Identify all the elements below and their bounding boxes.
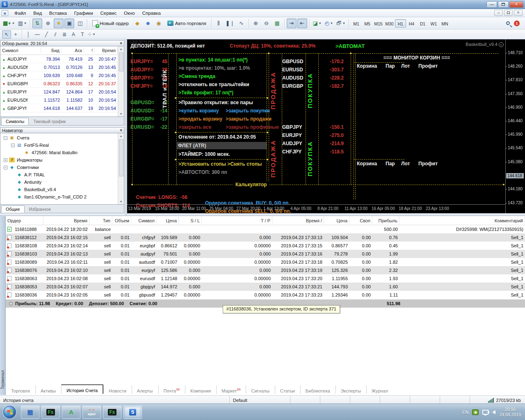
market-watch-header[interactable]: Символ Бид Аск ! Время [0, 46, 118, 55]
timeframe-button[interactable]: MN [439, 19, 450, 27]
terminal-tab[interactable]: Журнал [366, 385, 393, 394]
terminal-tab[interactable]: Маркет99 [216, 385, 246, 394]
close-button[interactable]: × [509, 1, 523, 8]
terminal-tab[interactable]: Алерты [132, 385, 158, 394]
ea-menu-item[interactable]: >отключить все тралы/тейки [177, 80, 266, 89]
tree-expander[interactable]: − [4, 136, 7, 140]
ea-menu-item[interactable]: >Установить стопы >Снять стопы [177, 160, 266, 168]
market-watch-scrollbar[interactable]: ▲ ▼ [118, 46, 124, 116]
market-watch-row[interactable]: GBPJPYf 144.618 144.637 19 20:16:54 [0, 104, 118, 112]
tab-symbols[interactable]: Символы [1, 118, 29, 125]
history-row[interactable]: 116838036 2019.04.23 16:02:05 sell 0.01 … [6, 291, 525, 299]
market-watch-row[interactable]: EURUSDf 1.11572 1.11582 10 20:16:54 [0, 96, 118, 104]
column-open-price[interactable]: Цена [157, 216, 179, 225]
text-button[interactable]: A [69, 30, 78, 39]
menu-item[interactable]: Файл [11, 10, 30, 16]
chart-date-axis[interactable]: 13 Mar 201915 Mar 18:0020 Mar 11:0025 Ma… [127, 204, 505, 212]
tree-item[interactable]: ◆ A.P. TRAL [0, 171, 118, 178]
timeframe-button[interactable]: M5 [362, 19, 373, 27]
tree-expander[interactable]: − [4, 166, 7, 169]
taskbar-app-button[interactable]: Fx [41, 406, 60, 419]
line-chart-button[interactable]: ∿ [237, 18, 247, 28]
cursor-button[interactable]: ↖ [2, 30, 11, 39]
history-row[interactable]: 116838089 2019.04.23 16:02:11 sell 0.01 … [6, 258, 525, 266]
speaker-tray-icon[interactable] [492, 410, 495, 414]
menu-item[interactable]: Справка [139, 10, 164, 16]
history-row[interactable]: 116838063 2019.04.23 16:02:08 sell 0.01 … [6, 274, 525, 283]
navigator-scrollbar[interactable]: ▲ ▼ [118, 133, 124, 204]
ea-action-left[interactable]: >АВТОСТОП: 300 пп [178, 168, 227, 176]
tree-item[interactable]: ◆ Basketbull_v9.4 [0, 186, 118, 193]
minimize-button[interactable]: — [486, 1, 497, 8]
ea-action-right[interactable]: >закрыть продажи [226, 116, 272, 122]
fibonacci-button[interactable]: ≣ [60, 30, 69, 39]
column-bid[interactable]: Бид [41, 48, 62, 53]
history-row[interactable]: 116838108 2019.04.23 16:02:14 sell 0.01 … [6, 242, 525, 250]
ea-menu-item[interactable]: >продать корзину >закрыть продажи [177, 115, 266, 123]
tree-item[interactable]: − ▣ Счета [0, 134, 118, 142]
tree-expander[interactable] [11, 180, 15, 184]
market-watch-row[interactable]: AUDJPYf 78.394 78.419 25 20:16:47 [0, 55, 118, 63]
terminal-tab[interactable]: Новости [103, 385, 132, 394]
tab-common[interactable]: Общие [1, 205, 25, 213]
community-button[interactable]: ☻ [143, 18, 153, 28]
ea-menu-item[interactable]: >Тейк профит: 17 пп(*) [177, 89, 266, 97]
terminal-tab[interactable]: Статьи [275, 385, 300, 394]
ea-menu-item[interactable]: >в пунктах: 14 пп,шаг:1 пп(*) [177, 56, 266, 64]
history-row[interactable]: 116838103 2019.04.23 16:02:13 sell 0.01 … [6, 250, 525, 258]
timeframe-button[interactable]: M1 [351, 19, 362, 27]
periods-button[interactable]: ◴▼ [324, 18, 334, 28]
tree-expander[interactable] [11, 195, 15, 199]
column-comment[interactable]: Комментарий [399, 216, 525, 225]
column-open-time[interactable]: Время [43, 216, 89, 225]
terminal-toggle[interactable]: ▣ [64, 18, 74, 28]
column-order[interactable]: Ордер [6, 216, 43, 225]
tray-clock[interactable]: 20:16 24.04.2019 [499, 407, 521, 418]
column-close-price[interactable]: Цена [324, 216, 349, 225]
metaeditor-button[interactable]: ◆ [132, 18, 142, 28]
terminal-tab[interactable]: Почта39 [158, 385, 185, 394]
ea-action-left[interactable]: >купить корзину [178, 107, 224, 115]
market-watch-row[interactable]: AUDUSDf 0.70113 0.70126 13 20:16:45 [0, 63, 118, 71]
menu-item[interactable]: Вставка [46, 10, 71, 16]
menu-item[interactable]: Сервис [97, 10, 120, 16]
tree-item[interactable]: ◆ Ilan1.6Dynamic_e-Trall_CDD 2 [0, 193, 118, 201]
tree-expander[interactable] [11, 173, 15, 177]
market-watch-row[interactable]: EURJPYf 124.847 124.864 17 20:16:54 [0, 88, 118, 96]
language-indicator[interactable]: EN [462, 410, 468, 415]
vertical-line-button[interactable]: │ [24, 30, 33, 39]
new-chart-button[interactable]: ▦+▼ [2, 18, 16, 28]
scroll-up-icon[interactable]: ▲ [120, 46, 123, 52]
data-window-button[interactable]: ⊕ [43, 18, 53, 28]
indicators-button[interactable]: ◪▼ [312, 18, 323, 28]
ea-automat-button[interactable]: >АВТОМАТ [336, 43, 365, 49]
menu-item[interactable]: Окно [120, 10, 139, 16]
bar-chart-button[interactable]: ⫼ [214, 18, 224, 28]
history-row[interactable]: 116838053 2019.04.23 16:02:07 sell 0.01 … [6, 283, 525, 291]
taskbar-app-button[interactable]: A [62, 406, 80, 419]
profiles-button[interactable]: ▥▼ [17, 18, 28, 28]
panel-splitter[interactable] [124, 39, 127, 215]
history-row[interactable]: 116838076 2019.04.23 16:02:10 sell 0.01 … [6, 266, 525, 274]
tab-tick-chart[interactable]: Тиковый график [29, 118, 70, 125]
column-time[interactable]: Время [95, 48, 118, 53]
auto-trading-button[interactable]: Авто-торговля [164, 18, 209, 28]
ea-action-left[interactable]: >Установить стопы [178, 160, 226, 168]
terminal-tab[interactable]: Сигналы [246, 385, 275, 394]
terminal-tab[interactable]: Компания [185, 385, 216, 394]
column-symbol[interactable]: Символ [131, 216, 157, 225]
text-label-button[interactable]: T [78, 30, 87, 39]
signals-broadcast-button[interactable]: ◉ [154, 18, 164, 28]
market-watch-row[interactable]: CHFJPYf 109.639 109.648 9 20:16:45 [0, 71, 118, 80]
column-profit[interactable]: Прибыль [372, 216, 399, 225]
ea-menu-item[interactable]: >АВТОСТОП: 300 пп [177, 168, 266, 176]
mdi-minimize-button[interactable]: – [494, 10, 503, 16]
ea-action-right[interactable]: >Снять стопы [227, 161, 262, 167]
maximize-button[interactable] [498, 1, 509, 8]
terminal-tab[interactable]: Эксперты [336, 385, 366, 394]
column-swap[interactable]: Своп [349, 216, 372, 225]
start-button[interactable] [3, 406, 16, 418]
timeframe-button[interactable]: H1 [395, 19, 406, 27]
timeframe-button[interactable]: M30 [384, 19, 395, 27]
scrollbar-thumb[interactable] [119, 139, 123, 176]
